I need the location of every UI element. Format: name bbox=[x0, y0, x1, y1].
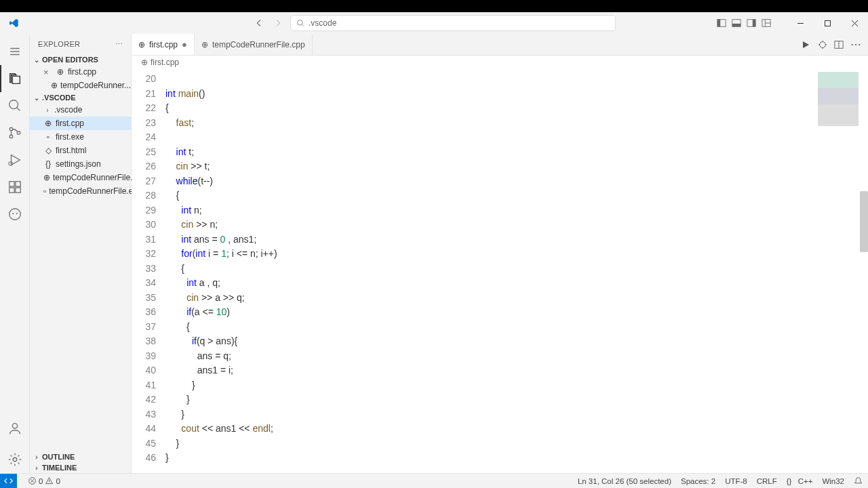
split-editor-icon[interactable] bbox=[834, 40, 844, 49]
notifications-icon[interactable] bbox=[854, 476, 863, 485]
search-icon[interactable] bbox=[0, 92, 30, 119]
search-icon bbox=[296, 19, 304, 27]
nav-back-icon[interactable] bbox=[252, 16, 266, 30]
minimize-button[interactable] bbox=[787, 12, 814, 34]
exe-file-icon: ▫ bbox=[43, 132, 53, 142]
file-item[interactable]: ▫tempCodeRunnerFile.exe bbox=[30, 184, 131, 198]
explorer-title-label: EXPLORER bbox=[38, 40, 80, 48]
cpp-file-icon: ⊕ bbox=[138, 40, 145, 49]
file-item[interactable]: ⊕tempCodeRunnerFile.c... bbox=[30, 171, 131, 184]
timeline-label: TIMELINE bbox=[42, 464, 77, 472]
platform[interactable]: Win32 bbox=[822, 477, 844, 485]
file-item[interactable]: ⊕first.cpp bbox=[30, 117, 131, 130]
minimap[interactable] bbox=[818, 72, 859, 126]
eol[interactable]: CRLF bbox=[757, 477, 777, 485]
svg-rect-6 bbox=[753, 20, 755, 27]
scrollbar-thumb[interactable] bbox=[860, 191, 868, 252]
customize-layout-icon[interactable] bbox=[760, 16, 773, 30]
cpp-file-icon: ⊕ bbox=[201, 40, 208, 49]
source-control-icon[interactable] bbox=[0, 119, 30, 146]
file-label: first.html bbox=[56, 146, 86, 155]
code-editor[interactable]: 2021222324252627282930313233343536373839… bbox=[132, 69, 868, 473]
timeline-section[interactable]: ›TIMELINE bbox=[30, 462, 131, 473]
svg-rect-16 bbox=[15, 188, 20, 192]
file-item[interactable]: ▫first.exe bbox=[30, 130, 131, 144]
svg-rect-2 bbox=[717, 20, 720, 27]
problems-indicator[interactable]: 0 0 bbox=[28, 476, 60, 485]
account-icon[interactable] bbox=[0, 415, 30, 442]
line-gutter: 2021222324252627282930313233343536373839… bbox=[132, 69, 165, 473]
svg-point-19 bbox=[12, 213, 14, 214]
activity-bar bbox=[0, 34, 30, 473]
workspace-label: .VSCODE bbox=[42, 94, 76, 102]
file-label: tempCodeRunner... bbox=[60, 81, 131, 90]
cpp-file-icon: ⊕ bbox=[56, 67, 65, 77]
language-mode[interactable]: {} C++ bbox=[787, 477, 813, 485]
toggle-panel-icon[interactable] bbox=[730, 16, 743, 30]
tab-label: tempCodeRunnerFile.cpp bbox=[212, 40, 305, 49]
vscode-logo-icon bbox=[8, 18, 19, 28]
remote-indicator[interactable] bbox=[0, 474, 17, 489]
close-icon[interactable]: × bbox=[43, 67, 53, 77]
outline-section[interactable]: ›OUTLINE bbox=[30, 451, 131, 462]
file-label: tempCodeRunnerFile.c... bbox=[53, 173, 143, 182]
explorer-icon[interactable] bbox=[0, 65, 30, 92]
copilot-icon[interactable] bbox=[0, 201, 30, 228]
svg-point-12 bbox=[17, 131, 20, 135]
svg-point-9 bbox=[9, 100, 18, 109]
warning-icon bbox=[45, 476, 54, 485]
run-settings-icon[interactable] bbox=[818, 40, 827, 49]
run-code-icon[interactable] bbox=[800, 39, 811, 50]
close-button[interactable] bbox=[841, 12, 868, 34]
cursor-position[interactable]: Ln 31, Col 26 (50 selected) bbox=[578, 477, 671, 485]
code-content[interactable]: int main(){ fast; int t; cin >> t; while… bbox=[165, 69, 868, 473]
editor-item[interactable]: ⊕tempCodeRunner... bbox=[30, 79, 131, 92]
nav-forward-icon[interactable] bbox=[271, 16, 285, 30]
folder-label: .vscode bbox=[54, 105, 82, 115]
tab-label: first.cpp bbox=[149, 40, 178, 49]
svg-rect-14 bbox=[9, 182, 14, 186]
tab-bar: ⊕ first.cpp ● ⊕ tempCodeRunnerFile.cpp ⋯ bbox=[132, 34, 868, 56]
svg-rect-15 bbox=[9, 188, 14, 192]
tab-temp[interactable]: ⊕ tempCodeRunnerFile.cpp bbox=[195, 34, 313, 55]
folder-item[interactable]: ›.vscode bbox=[30, 103, 131, 117]
toggle-secondary-icon[interactable] bbox=[745, 16, 758, 30]
json-file-icon: {} bbox=[43, 159, 53, 169]
explorer-title: EXPLORER ⋯ bbox=[30, 34, 131, 54]
svg-point-21 bbox=[12, 424, 17, 428]
breadcrumb[interactable]: ⊕ first.cpp bbox=[132, 56, 868, 69]
file-item[interactable]: {}settings.json bbox=[30, 157, 131, 171]
svg-point-10 bbox=[9, 127, 13, 131]
search-placeholder: .vscode bbox=[309, 18, 336, 28]
settings-gear-icon[interactable] bbox=[0, 446, 30, 473]
extensions-icon[interactable] bbox=[0, 174, 30, 201]
open-editors-section[interactable]: ⌄OPEN EDITORS bbox=[30, 54, 131, 65]
more-actions-icon[interactable]: ⋯ bbox=[850, 38, 861, 51]
layout-controls bbox=[715, 16, 773, 30]
more-icon[interactable]: ⋯ bbox=[115, 40, 123, 49]
file-item[interactable]: ◇first.html bbox=[30, 144, 131, 157]
file-label: first.exe bbox=[56, 132, 84, 142]
statusbar: 0 0 Ln 31, Col 26 (50 selected) Spaces: … bbox=[0, 473, 868, 488]
maximize-button[interactable] bbox=[814, 12, 841, 34]
file-label: first.cpp bbox=[56, 119, 84, 128]
svg-rect-4 bbox=[732, 24, 741, 26]
command-center[interactable]: .vscode bbox=[290, 15, 616, 31]
workspace-section[interactable]: ⌄.VSCODE bbox=[30, 92, 131, 103]
toggle-sidebar-icon[interactable] bbox=[715, 16, 728, 30]
file-label: first.cpp bbox=[68, 67, 96, 77]
debug-icon[interactable] bbox=[0, 146, 30, 174]
editor-item[interactable]: ×⊕first.cpp bbox=[30, 65, 131, 79]
file-label: tempCodeRunnerFile.exe bbox=[49, 186, 142, 196]
svg-point-20 bbox=[16, 213, 17, 214]
svg-point-0 bbox=[298, 20, 303, 26]
menu-icon[interactable] bbox=[0, 38, 30, 65]
tab-first-cpp[interactable]: ⊕ first.cpp ● bbox=[132, 34, 195, 55]
tab-dirty-icon[interactable]: ● bbox=[182, 39, 187, 49]
svg-point-13 bbox=[8, 162, 12, 166]
error-icon bbox=[28, 476, 37, 485]
encoding[interactable]: UTF-8 bbox=[725, 477, 747, 485]
svg-rect-8 bbox=[825, 20, 830, 26]
file-label: settings.json bbox=[56, 159, 101, 169]
indentation[interactable]: Spaces: 2 bbox=[681, 477, 715, 485]
